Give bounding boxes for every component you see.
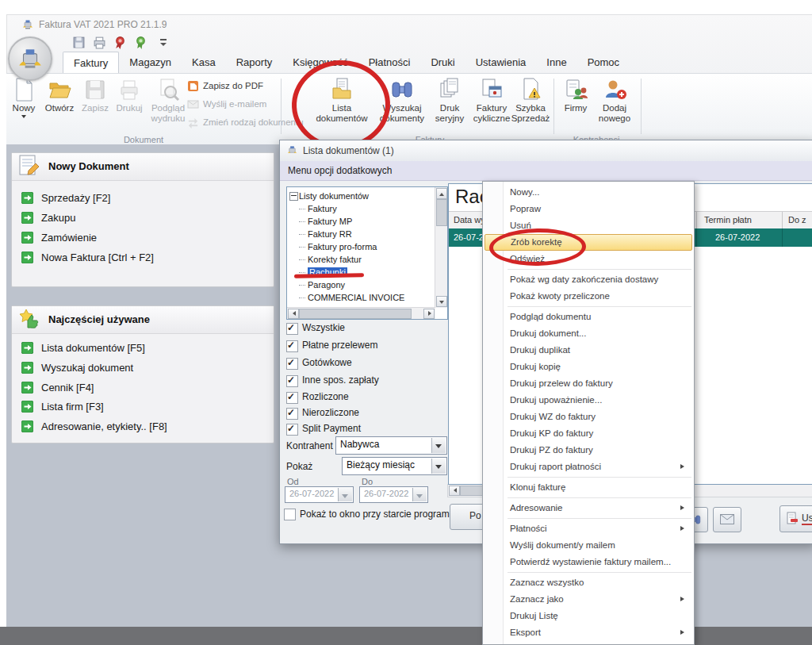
ribbon-button-drukuj[interactable]: Drukuj <box>113 75 146 140</box>
ribbon-button-firmy[interactable] <box>530 75 561 140</box>
tree-root[interactable]: Listy dokumentów <box>287 190 435 202</box>
certificate-red-icon[interactable] <box>113 36 127 49</box>
context-menu-item[interactable]: Drukuj WZ do faktury <box>483 409 694 425</box>
context-menu-item[interactable]: Drukuj raport płatności <box>483 459 694 475</box>
sidebar-item-adresowanie-etykiety[interactable]: Adresowanie, etykiety.. [F8] <box>12 418 274 436</box>
tree-item-commercial-invoice[interactable]: COMMERCIAL INVOICE <box>287 291 435 304</box>
tab-kasa[interactable]: Kasa <box>182 52 226 73</box>
tree-vertical-scrollbar[interactable] <box>435 187 447 308</box>
scroll-left-icon[interactable] <box>288 309 299 319</box>
tab-faktury[interactable]: Faktury <box>63 52 119 74</box>
sidebar-item-nowa-faktura[interactable]: Nowa Faktura [Ctrl + F2] <box>12 249 274 267</box>
context-menu-item[interactable]: Drukuj kopię <box>483 359 694 375</box>
tree-item-faktury-mp[interactable]: Faktury MP <box>287 215 435 228</box>
context-menu-item[interactable]: Eksport <box>483 624 694 641</box>
checkbox-split-payment[interactable] <box>286 424 298 436</box>
checkbox-platne-przelewem[interactable] <box>286 340 298 352</box>
tab-platnosci[interactable]: Płatności <box>358 52 421 73</box>
sidebar-item-wyszukaj-dokument[interactable]: Wyszukaj dokument <box>12 359 274 377</box>
ribbon-button-wyszukaj-dokumenty[interactable]: Wyszukaj dokumenty <box>374 75 430 140</box>
scroll-down-icon[interactable] <box>436 296 447 307</box>
tree-item-korekty-faktur[interactable]: Korekty faktur <box>287 253 435 266</box>
context-menu-item[interactable]: Drukuj PZ do faktury <box>483 442 694 459</box>
context-menu-item[interactable]: Drukuj duplikat <box>483 342 694 359</box>
tree-item-faktury[interactable]: Faktury <box>287 202 435 215</box>
tab-inne[interactable]: Inne <box>536 52 576 73</box>
context-menu-item-zrob-korekte[interactable]: Zrób korektę <box>485 234 692 251</box>
context-menu-item[interactable]: Popraw <box>483 201 694 217</box>
context-menu-item[interactable]: Zaznacz wszystko <box>483 574 694 591</box>
tab-ksiegowosc[interactable]: Księgowość <box>282 52 358 73</box>
context-menu-item[interactable]: Wyślij dokument/y mailem <box>483 537 694 554</box>
dropdown-arrow-icon[interactable] <box>431 438 446 453</box>
tab-raporty[interactable]: Raporty <box>226 52 283 73</box>
context-menu-item[interactable]: Drukuj KP do faktury <box>483 425 694 442</box>
customize-toolbar-icon[interactable] <box>159 38 168 47</box>
context-menu-item[interactable]: Potwierdź wystawienie faktury mailem... <box>483 554 694 570</box>
checkbox-wszystkie[interactable] <box>286 323 298 335</box>
ribbon-button-druk-seryjny[interactable]: Druk seryjny <box>431 75 468 140</box>
tab-druki[interactable]: Druki <box>420 52 465 73</box>
email-button[interactable] <box>713 507 741 532</box>
sidebar-item-lista-dokumentow[interactable]: Lista dokumentów [F5] <box>12 340 274 357</box>
ribbon-button-wyslij-emailem[interactable]: Wyślij e-mailem <box>187 96 266 112</box>
menu-opcji-dodatkowych[interactable]: Menu opcji dodatkowych <box>288 161 392 180</box>
dialog-title-bar[interactable]: Lista dokumentów (1) <box>280 140 812 162</box>
dropdown-arrow-icon[interactable] <box>412 488 427 501</box>
save-icon[interactable] <box>72 36 86 49</box>
dropdown-arrow-icon[interactable] <box>431 459 446 474</box>
scrollbar-thumb[interactable] <box>436 199 447 226</box>
ribbon-button-podglad-wydruku[interactable]: Podgląd wydruku <box>147 75 189 140</box>
ribbon-button-dodaj-nowego[interactable]: Dodaj nowego <box>593 75 636 140</box>
update-green-icon[interactable] <box>134 36 147 49</box>
pokaz-select[interactable]: Bieżący miesiąc <box>342 457 447 475</box>
scroll-right-icon[interactable] <box>423 309 435 319</box>
checkbox-show-on-startup[interactable] <box>284 509 296 520</box>
kontrahent-select[interactable]: Nabywca <box>335 436 447 455</box>
context-menu-item[interactable]: Zaznacz jako <box>483 591 694 608</box>
context-menu-item[interactable]: Odśwież <box>483 251 694 267</box>
scroll-left-icon[interactable] <box>449 486 460 496</box>
date-to-picker[interactable]: 26-07-2022 <box>359 486 428 503</box>
dropdown-arrow-icon[interactable] <box>338 488 352 501</box>
context-menu-item[interactable]: Klonuj fakturę <box>483 479 694 496</box>
sidebar-item-sprzedazy[interactable]: Sprzedaży [F2] <box>12 190 274 207</box>
tree-horizontal-scrollbar[interactable] <box>287 307 435 319</box>
tree-collapse-icon[interactable] <box>289 192 298 201</box>
tab-ustawienia[interactable]: Ustawienia <box>465 52 537 73</box>
ribbon-button-zapisz-do-pdf[interactable]: Zapisz do PDF <box>187 78 263 94</box>
ribbon-button-faktury-cykliczne[interactable]: Faktury cykliczne <box>469 75 514 140</box>
context-menu-item[interactable]: Drukuj przelew do faktury <box>483 375 694 392</box>
tree-item-rachunki-selected[interactable]: Rachunki <box>287 266 435 278</box>
tab-magazyn[interactable]: Magazyn <box>119 52 182 73</box>
app-menu-button[interactable] <box>8 36 52 81</box>
sidebar-item-lista-firm[interactable]: Lista firm [F3] <box>12 398 274 416</box>
ribbon-button-lista-dokumentow[interactable]: Lista dokumentów <box>311 75 373 140</box>
context-menu-item[interactable]: Adresowanie <box>483 500 694 516</box>
scrollbar-thumb[interactable] <box>299 309 412 319</box>
ribbon-button-nowy[interactable]: Nowy <box>8 75 40 140</box>
tree-item-paragony[interactable]: Paragony <box>287 278 435 291</box>
context-menu-item[interactable]: Drukuj Listę <box>483 608 694 624</box>
context-menu-item[interactable]: Pokaż wg daty zakończenia dostawy <box>483 271 694 288</box>
context-menu-item[interactable]: Drukuj upoważnienie... <box>483 392 694 409</box>
context-menu-item[interactable]: Nowy... <box>483 184 694 201</box>
context-menu-item[interactable]: Podgląd dokumentu <box>483 309 694 325</box>
checkbox-inne-sposoby-z[interactable] <box>286 375 298 387</box>
ribbon-button-zmien-rodzaj-dokumentu[interactable]: Zmień rodzaj dokumentu <box>187 114 304 130</box>
column-header-data-wystawienia[interactable]: Data wy <box>454 212 485 228</box>
context-menu-item[interactable]: Usuń <box>483 217 694 234</box>
sidebar-item-cennik[interactable]: Cennik [F4] <box>12 379 274 397</box>
delete-button[interactable]: Us <box>779 505 812 532</box>
tree-item-faktury-pro-forma[interactable]: Faktury pro-forma <box>287 240 435 253</box>
scroll-up-icon[interactable] <box>436 188 447 199</box>
ribbon-button-otworz[interactable]: Otwórz <box>41 75 78 140</box>
date-from-picker[interactable]: 26-07-2022 <box>285 486 354 503</box>
ribbon-button-zapisz[interactable]: Zapisz <box>79 75 111 140</box>
column-header-termin-platnosci[interactable]: Termin płatn <box>704 212 752 228</box>
ribbon-button-firmy[interactable]: Firmy <box>560 75 592 140</box>
checkbox-rozliczone[interactable] <box>286 392 298 404</box>
sidebar-item-zamowienie[interactable]: Zamówienie <box>12 229 274 247</box>
print-icon[interactable] <box>93 36 106 49</box>
context-menu-item[interactable]: Płatności <box>483 520 694 537</box>
